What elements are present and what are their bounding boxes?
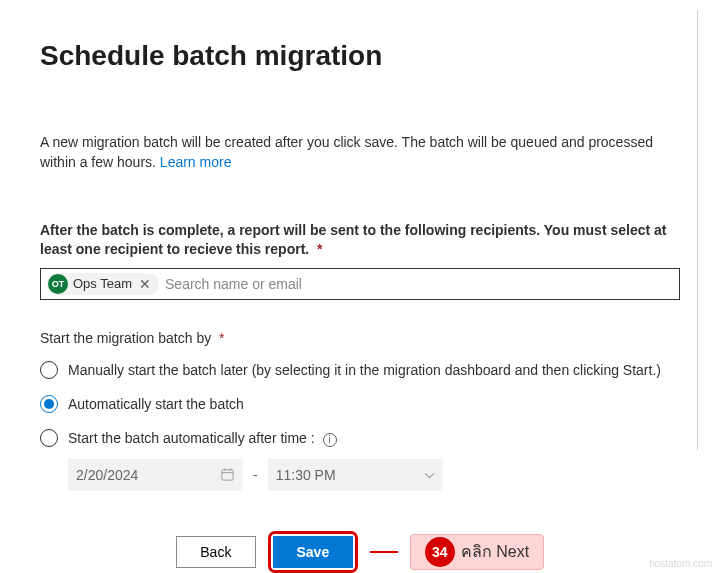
recipient-chip-label: Ops Team xyxy=(73,276,132,291)
page-title: Schedule batch migration xyxy=(40,40,680,72)
callout-connector xyxy=(370,551,398,553)
radio-icon xyxy=(40,429,58,447)
save-button[interactable]: Save xyxy=(273,536,353,568)
watermark: hostatom.com xyxy=(649,558,712,569)
save-highlight-box: Save xyxy=(268,531,358,573)
remove-chip-icon[interactable]: ✕ xyxy=(137,277,153,291)
recipients-label: After the batch is complete, a report wi… xyxy=(40,221,680,260)
recipient-chip: OT Ops Team ✕ xyxy=(47,273,159,295)
radio-icon xyxy=(40,361,58,379)
recipients-label-text: After the batch is complete, a report wi… xyxy=(40,222,667,258)
time-picker[interactable]: 11:30 PM xyxy=(268,459,443,491)
required-asterisk: * xyxy=(313,241,322,257)
instruction-callout: 34 คลิก Next xyxy=(410,534,544,570)
date-time-separator: - xyxy=(253,467,258,483)
panel-divider xyxy=(697,10,698,450)
radio-auto-start[interactable]: Automatically start the batch xyxy=(40,394,680,414)
required-asterisk: * xyxy=(215,330,224,346)
radio-icon xyxy=(40,395,58,413)
schedule-datetime-row: 2/20/2024 - 11:30 PM xyxy=(68,459,680,491)
chevron-down-icon xyxy=(424,468,435,482)
radio-time-label: Start the batch automatically after time… xyxy=(68,428,337,448)
avatar: OT xyxy=(48,274,68,294)
footer-actions: Back Save 34 คลิก Next xyxy=(40,515,680,573)
recipients-picker[interactable]: OT Ops Team ✕ xyxy=(40,268,680,300)
intro-paragraph: A new migration batch will be created af… xyxy=(40,132,680,173)
date-value: 2/20/2024 xyxy=(76,467,138,483)
learn-more-link[interactable]: Learn more xyxy=(160,154,232,170)
radio-after-time[interactable]: Start the batch automatically after time… xyxy=(40,428,680,448)
intro-text: A new migration batch will be created af… xyxy=(40,134,653,170)
radio-auto-label: Automatically start the batch xyxy=(68,394,244,414)
radio-manual-label: Manually start the batch later (by selec… xyxy=(68,360,661,380)
calendar-icon xyxy=(220,467,235,482)
recipients-search-input[interactable] xyxy=(165,276,673,292)
start-by-label-text: Start the migration batch by xyxy=(40,330,211,346)
radio-time-label-text: Start the batch automatically after time… xyxy=(68,430,315,446)
back-button[interactable]: Back xyxy=(176,536,256,568)
info-icon[interactable]: i xyxy=(323,433,337,447)
svg-rect-0 xyxy=(222,470,233,480)
radio-manual-start[interactable]: Manually start the batch later (by selec… xyxy=(40,360,680,380)
step-number-badge: 34 xyxy=(425,537,455,567)
callout-text: คลิก Next xyxy=(461,539,529,564)
time-value: 11:30 PM xyxy=(276,467,336,483)
date-picker[interactable]: 2/20/2024 xyxy=(68,459,243,491)
start-by-label: Start the migration batch by * xyxy=(40,330,680,346)
